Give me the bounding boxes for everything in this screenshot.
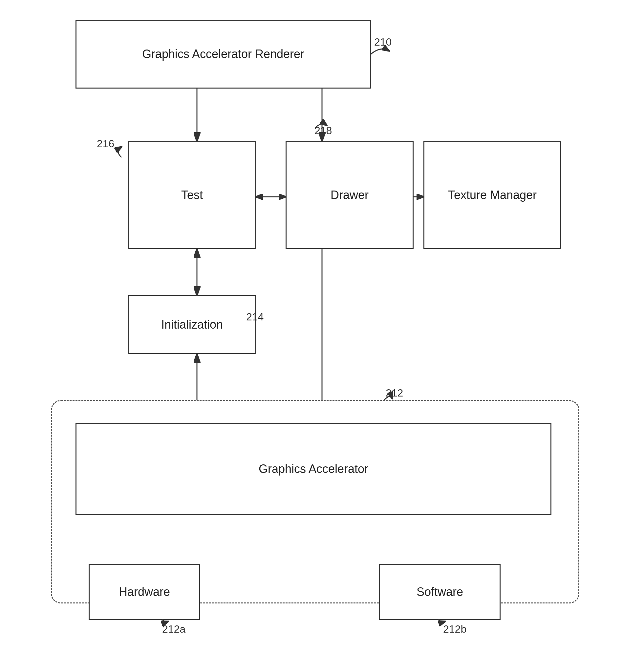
hardware-label: Hardware <box>119 585 170 599</box>
ref-212a: 212a <box>162 623 185 635</box>
ref-218: 218 <box>315 125 332 137</box>
hardware-box: Hardware <box>89 564 200 620</box>
graphics-accelerator-label: Graphics Accelerator <box>259 462 368 476</box>
drawer-box: Drawer <box>286 141 414 249</box>
initialization-label: Initialization <box>161 318 223 332</box>
test-box: Test <box>128 141 256 249</box>
software-box: Software <box>379 564 501 620</box>
ref-214: 214 <box>246 311 264 323</box>
ref-216: 216 <box>97 138 114 150</box>
initialization-box: Initialization <box>128 295 256 354</box>
texture-manager-label: Texture Manager <box>448 188 537 202</box>
graphics-accelerator-box: Graphics Accelerator <box>76 423 551 515</box>
software-label: Software <box>416 585 463 599</box>
test-label: Test <box>181 188 203 202</box>
renderer-label: Graphics Accelerator Renderer <box>142 47 304 61</box>
diagram-container: Graphics Accelerator Renderer 210 Test 2… <box>0 0 644 651</box>
drawer-label: Drawer <box>330 188 369 202</box>
renderer-box: Graphics Accelerator Renderer <box>76 20 371 89</box>
texture-manager-box: Texture Manager <box>423 141 561 249</box>
ref-212: 212 <box>386 387 403 399</box>
ref-212b: 212b <box>443 623 466 635</box>
ref-210: 210 <box>374 36 391 48</box>
